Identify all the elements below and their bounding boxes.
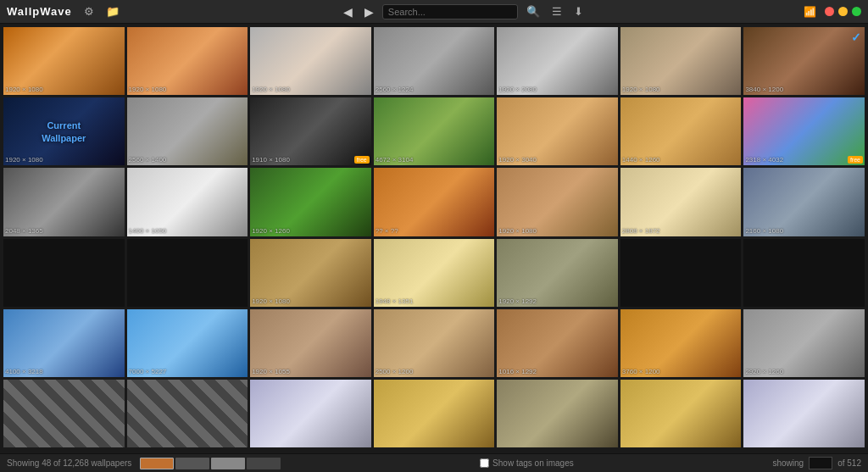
wallpaper-thumbnail[interactable]: ?? × ?? <box>374 168 495 236</box>
thumb-resolution-label: 1920 × 3040 <box>498 156 537 164</box>
show-tags-label: Show tags on images <box>492 458 574 468</box>
showing-count: Showing 48 of 12,268 wallpapers <box>7 458 131 468</box>
thumb-resolution-label: 1920 × 2080 <box>498 86 537 93</box>
footer-thumbnail-strip <box>140 458 281 469</box>
wallpaper-thumbnail[interactable]: 7000 × 5227 <box>127 309 248 377</box>
footer-thumb-2[interactable] <box>175 458 209 469</box>
thumb-resolution-label: 2920 × 1260 <box>745 368 783 375</box>
wallpaper-thumbnail[interactable] <box>743 380 865 447</box>
wallpaper-thumbnail[interactable]: 1920 × 2080 <box>497 27 618 95</box>
thumb-resolution-label: 1920 × 1292 <box>498 297 537 305</box>
wallpaper-thumbnail[interactable] <box>127 239 248 307</box>
close-window-button[interactable] <box>825 7 834 16</box>
footer-thumb-4[interactable] <box>247 458 281 469</box>
thumb-selected-check: ✓ <box>851 31 861 44</box>
wallpaper-thumbnail[interactable]: 1920 × 1260 <box>250 168 371 236</box>
thumb-resolution-label: 1400 × 1050 <box>129 227 167 235</box>
search-input[interactable] <box>382 4 518 19</box>
wallpaper-thumbnail[interactable]: 1948 × 1351 <box>374 239 495 307</box>
thumb-resolution-label: 3760 × 1200 <box>622 368 660 375</box>
wallpaper-thumbnail[interactable]: 1920 × 1080 <box>497 168 618 236</box>
thumb-resolution-label: 1920 × 1080 <box>129 86 167 93</box>
show-tags-wrap: Show tags on images <box>480 458 574 468</box>
thumb-resolution-label: 2048 × 1365 <box>5 227 43 235</box>
nav-fwd-button[interactable]: ▶ <box>361 5 377 19</box>
app-footer: Showing 48 of 12,268 wallpapers Show tag… <box>0 453 868 472</box>
wallpaper-thumbnail[interactable]: 1920 × 1080 <box>250 27 371 95</box>
wallpaper-thumbnail[interactable] <box>3 239 125 307</box>
thumb-resolution-label: 2560 × 1400 <box>129 156 167 164</box>
pagination: showing 1 of 512 <box>772 457 861 469</box>
wallpaper-thumbnail[interactable] <box>620 239 742 307</box>
wallpaper-thumbnail[interactable]: 2920 × 1260 <box>743 309 865 377</box>
minimize-window-button[interactable] <box>838 7 848 16</box>
wallpaper-thumbnail[interactable]: 1920 × 1055 <box>250 309 371 377</box>
folder-button[interactable]: 📁 <box>103 3 123 19</box>
wallpaper-thumbnail[interactable] <box>250 380 371 447</box>
wallpaper-thumbnail[interactable] <box>3 380 125 447</box>
thumb-resolution-label: 2160 × 1080 <box>745 227 783 235</box>
wallpaper-grid: 1920 × 10801920 × 10801920 × 10802560 × … <box>3 27 865 447</box>
wallpaper-thumbnail[interactable]: 1400 × 1050 <box>127 168 248 236</box>
footer-thumb-1[interactable] <box>140 458 174 469</box>
wallpaper-thumbnail[interactable]: 1920 × 3040 <box>497 97 618 165</box>
thumb-free-badge: free <box>354 156 370 164</box>
thumb-resolution-label: 1920 × 1080 <box>5 86 43 93</box>
thumb-resolution-label: 1920 × 1080 <box>498 227 537 235</box>
wallpaper-thumbnail[interactable]: 4100 × 3218 <box>3 309 125 377</box>
wallpaper-thumbnail[interactable]: 1016 × 1292 <box>497 309 618 377</box>
wallpaper-thumbnail[interactable] <box>743 239 865 307</box>
wallpaper-thumbnail[interactable]: 2048 × 1365 <box>3 168 125 236</box>
show-tags-checkbox[interactable] <box>480 458 489 468</box>
wallpaper-thumbnail[interactable] <box>127 380 248 447</box>
wallpaper-thumbnail[interactable]: 1920 × 1080 <box>3 27 125 95</box>
list-view-button[interactable]: ☰ <box>548 3 565 19</box>
wallpaper-thumbnail[interactable]: 2560 × 1400 <box>127 97 248 165</box>
download-button[interactable]: ⬇ <box>570 3 587 19</box>
wallpaper-thumbnail[interactable]: 3840 × 1200✓ <box>743 27 865 95</box>
thumb-resolution-label: 1920 × 1055 <box>252 368 290 375</box>
settings-button[interactable]: ⚙ <box>81 3 97 19</box>
thumb-resolution-label: 1440 × 1260 <box>622 156 660 164</box>
search-button[interactable]: 🔍 <box>523 3 543 19</box>
thumb-resolution-label: 1016 × 1292 <box>498 368 537 375</box>
showing-label: showing <box>772 458 804 468</box>
thumb-resolution-label: 1920 × 1080 <box>252 86 290 93</box>
thumb-resolution-label: 1910 × 1080 <box>252 156 290 164</box>
wallpaper-grid-container: 1920 × 10801920 × 10801920 × 10802560 × … <box>0 24 868 453</box>
wallpaper-thumbnail[interactable] <box>620 380 742 447</box>
of-pages: of 512 <box>837 458 861 468</box>
maximize-window-button[interactable] <box>852 7 861 16</box>
wallpaper-thumbnail[interactable]: 2500 × 1200 <box>374 309 495 377</box>
wallpaper-thumbnail[interactable]: 4672 × 3104 <box>374 97 495 165</box>
wallpaper-thumbnail[interactable] <box>497 380 618 447</box>
page-input[interactable]: 1 <box>809 457 832 469</box>
wallpaper-thumbnail[interactable]: 1910 × 1080free <box>250 97 371 165</box>
wifi-icon: 📶 <box>804 6 816 18</box>
current-wallpaper-label: Current Wallpaper <box>42 119 86 144</box>
thumb-resolution-label: 2500 × 1200 <box>376 368 414 375</box>
wallpaper-thumbnail[interactable]: 1440 × 1260 <box>620 97 742 165</box>
thumb-resolution-label: 2808 × 1872 <box>622 227 660 235</box>
app-logo: WallpWave <box>7 5 72 18</box>
footer-thumb-3[interactable] <box>211 458 245 469</box>
wallpaper-thumbnail[interactable]: 1920 × 1292 <box>497 239 618 307</box>
nav-back-button[interactable]: ◀ <box>340 5 356 19</box>
wallpaper-thumbnail[interactable]: 2160 × 1080 <box>743 168 865 236</box>
wallpaper-thumbnail[interactable]: Current Wallpaper1920 × 1080 <box>3 97 125 165</box>
thumb-resolution-label: 2318 × 4032 <box>745 156 783 164</box>
app-header: WallpWave ⚙ 📁 ◀ ▶ 🔍 ☰ ⬇ 📶 <box>0 0 868 24</box>
thumb-resolution-label: 1920 × 1080 <box>622 86 660 93</box>
wallpaper-thumbnail[interactable]: 1920 × 1080 <box>250 239 371 307</box>
wallpaper-thumbnail[interactable]: 1920 × 1080 <box>620 27 742 95</box>
window-controls <box>825 7 861 16</box>
thumb-resolution-label: 3840 × 1200 <box>745 86 783 93</box>
thumb-resolution-label: 4100 × 3218 <box>5 368 43 375</box>
wallpaper-thumbnail[interactable]: 2318 × 4032free <box>743 97 865 165</box>
wallpaper-thumbnail[interactable] <box>374 380 495 447</box>
wallpaper-thumbnail[interactable]: 1920 × 1080 <box>127 27 248 95</box>
wallpaper-thumbnail[interactable]: 2560 × 1224 <box>374 27 495 95</box>
wallpaper-thumbnail[interactable]: 2808 × 1872 <box>620 168 742 236</box>
wallpaper-thumbnail[interactable]: 3760 × 1200 <box>620 309 742 377</box>
thumb-resolution-label: 1920 × 1260 <box>252 227 290 235</box>
